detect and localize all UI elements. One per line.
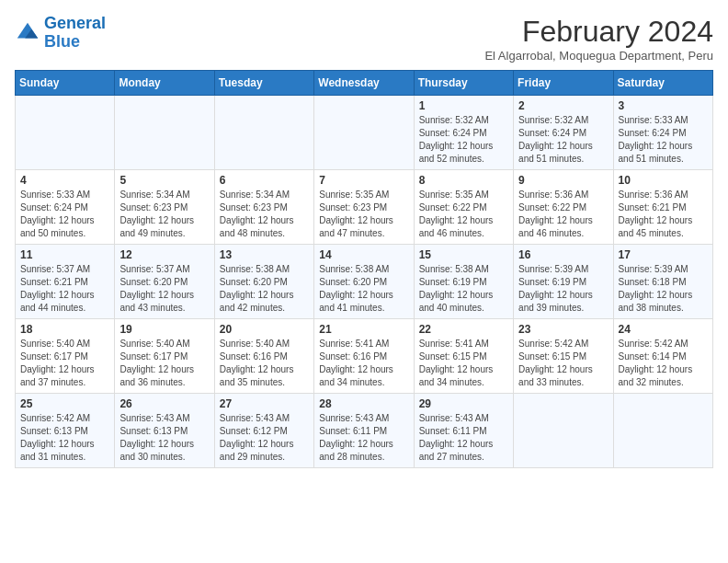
day-info: Sunrise: 5:43 AM Sunset: 6:11 PM Dayligh…	[419, 412, 508, 464]
day-info: Sunrise: 5:42 AM Sunset: 6:15 PM Dayligh…	[518, 338, 608, 389]
title-area: February 2024 El Algarrobal, Moquegua De…	[484, 15, 713, 63]
day-info: Sunrise: 5:37 AM Sunset: 6:20 PM Dayligh…	[119, 263, 209, 315]
calendar-cell: 21Sunrise: 5:41 AM Sunset: 6:16 PM Dayli…	[314, 319, 414, 394]
day-number: 9	[518, 174, 608, 187]
calendar-cell	[115, 96, 214, 170]
location-subtitle: El Algarrobal, Moquegua Department, Peru	[484, 49, 713, 63]
day-number: 16	[518, 248, 608, 261]
day-info: Sunrise: 5:36 AM Sunset: 6:21 PM Dayligh…	[619, 189, 708, 240]
calendar-cell	[16, 96, 115, 170]
day-number: 14	[319, 248, 408, 261]
day-info: Sunrise: 5:43 AM Sunset: 6:11 PM Dayligh…	[319, 412, 408, 464]
day-number: 8	[419, 174, 508, 187]
calendar-cell: 15Sunrise: 5:38 AM Sunset: 6:19 PM Dayli…	[414, 245, 513, 319]
calendar-cell: 7Sunrise: 5:35 AM Sunset: 6:23 PM Daylig…	[314, 170, 414, 245]
calendar-cell: 25Sunrise: 5:42 AM Sunset: 6:13 PM Dayli…	[16, 394, 115, 468]
calendar-cell: 10Sunrise: 5:36 AM Sunset: 6:21 PM Dayli…	[613, 170, 712, 245]
calendar-cell: 17Sunrise: 5:39 AM Sunset: 6:18 PM Dayli…	[613, 245, 712, 319]
day-info: Sunrise: 5:40 AM Sunset: 6:16 PM Dayligh…	[220, 338, 309, 389]
day-info: Sunrise: 5:35 AM Sunset: 6:22 PM Dayligh…	[419, 189, 508, 240]
day-number: 18	[20, 323, 109, 336]
calendar-cell	[314, 96, 414, 170]
day-number: 3	[619, 99, 708, 112]
calendar-week-row: 25Sunrise: 5:42 AM Sunset: 6:13 PM Dayli…	[16, 394, 713, 468]
day-number: 22	[419, 323, 508, 336]
weekday-header-monday: Monday	[115, 71, 214, 96]
calendar-cell: 8Sunrise: 5:35 AM Sunset: 6:22 PM Daylig…	[414, 170, 513, 245]
calendar-cell: 23Sunrise: 5:42 AM Sunset: 6:15 PM Dayli…	[514, 319, 613, 394]
day-info: Sunrise: 5:33 AM Sunset: 6:24 PM Dayligh…	[20, 189, 109, 240]
day-info: Sunrise: 5:35 AM Sunset: 6:23 PM Dayligh…	[319, 189, 408, 240]
day-number: 11	[20, 248, 109, 261]
day-info: Sunrise: 5:42 AM Sunset: 6:14 PM Dayligh…	[619, 338, 708, 389]
day-number: 17	[619, 248, 708, 261]
calendar-cell: 13Sunrise: 5:38 AM Sunset: 6:20 PM Dayli…	[214, 245, 313, 319]
calendar-cell: 28Sunrise: 5:43 AM Sunset: 6:11 PM Dayli…	[314, 394, 414, 468]
day-info: Sunrise: 5:39 AM Sunset: 6:18 PM Dayligh…	[619, 263, 708, 315]
day-number: 4	[20, 174, 109, 187]
day-number: 24	[619, 323, 708, 336]
month-year-title: February 2024	[484, 15, 713, 49]
day-info: Sunrise: 5:43 AM Sunset: 6:13 PM Dayligh…	[119, 412, 209, 464]
calendar-cell	[613, 394, 712, 468]
calendar-cell: 6Sunrise: 5:34 AM Sunset: 6:23 PM Daylig…	[214, 170, 313, 245]
calendar-table: SundayMondayTuesdayWednesdayThursdayFrid…	[15, 70, 713, 468]
day-number: 26	[119, 397, 209, 410]
logo-blue: Blue	[44, 32, 80, 51]
calendar-cell: 16Sunrise: 5:39 AM Sunset: 6:19 PM Dayli…	[514, 245, 613, 319]
day-number: 10	[619, 174, 708, 187]
calendar-cell: 22Sunrise: 5:41 AM Sunset: 6:15 PM Dayli…	[414, 319, 513, 394]
day-info: Sunrise: 5:34 AM Sunset: 6:23 PM Dayligh…	[220, 189, 309, 240]
logo-icon	[15, 20, 40, 46]
weekday-header-sunday: Sunday	[16, 71, 115, 96]
calendar-cell: 1Sunrise: 5:32 AM Sunset: 6:24 PM Daylig…	[414, 96, 513, 170]
day-number: 29	[419, 397, 508, 410]
day-number: 19	[119, 323, 209, 336]
day-number: 13	[220, 248, 309, 261]
day-info: Sunrise: 5:40 AM Sunset: 6:17 PM Dayligh…	[20, 338, 109, 389]
day-info: Sunrise: 5:32 AM Sunset: 6:24 PM Dayligh…	[518, 114, 608, 166]
day-info: Sunrise: 5:36 AM Sunset: 6:22 PM Dayligh…	[518, 189, 608, 240]
day-info: Sunrise: 5:34 AM Sunset: 6:23 PM Dayligh…	[119, 189, 209, 240]
day-number: 15	[419, 248, 508, 261]
day-number: 25	[20, 397, 109, 410]
calendar-cell: 18Sunrise: 5:40 AM Sunset: 6:17 PM Dayli…	[16, 319, 115, 394]
day-number: 2	[518, 99, 608, 112]
weekday-header-thursday: Thursday	[414, 71, 513, 96]
day-number: 7	[319, 174, 408, 187]
calendar-cell: 27Sunrise: 5:43 AM Sunset: 6:12 PM Dayli…	[214, 394, 313, 468]
calendar-week-row: 11Sunrise: 5:37 AM Sunset: 6:21 PM Dayli…	[16, 245, 713, 319]
calendar-cell: 26Sunrise: 5:43 AM Sunset: 6:13 PM Dayli…	[115, 394, 214, 468]
day-info: Sunrise: 5:39 AM Sunset: 6:19 PM Dayligh…	[518, 263, 608, 315]
day-number: 27	[220, 397, 309, 410]
calendar-cell: 9Sunrise: 5:36 AM Sunset: 6:22 PM Daylig…	[514, 170, 613, 245]
day-info: Sunrise: 5:38 AM Sunset: 6:20 PM Dayligh…	[319, 263, 408, 315]
day-info: Sunrise: 5:38 AM Sunset: 6:19 PM Dayligh…	[419, 263, 508, 315]
calendar-header-row: SundayMondayTuesdayWednesdayThursdayFrid…	[16, 71, 713, 96]
calendar-week-row: 18Sunrise: 5:40 AM Sunset: 6:17 PM Dayli…	[16, 319, 713, 394]
logo-text: General Blue	[44, 15, 106, 52]
day-info: Sunrise: 5:41 AM Sunset: 6:15 PM Dayligh…	[419, 338, 508, 389]
weekday-header-tuesday: Tuesday	[214, 71, 313, 96]
calendar-cell	[514, 394, 613, 468]
day-info: Sunrise: 5:41 AM Sunset: 6:16 PM Dayligh…	[319, 338, 408, 389]
calendar-cell: 29Sunrise: 5:43 AM Sunset: 6:11 PM Dayli…	[414, 394, 513, 468]
calendar-cell: 11Sunrise: 5:37 AM Sunset: 6:21 PM Dayli…	[16, 245, 115, 319]
calendar-cell: 19Sunrise: 5:40 AM Sunset: 6:17 PM Dayli…	[115, 319, 214, 394]
day-number: 20	[220, 323, 309, 336]
day-info: Sunrise: 5:38 AM Sunset: 6:20 PM Dayligh…	[220, 263, 309, 315]
calendar-cell: 2Sunrise: 5:32 AM Sunset: 6:24 PM Daylig…	[514, 96, 613, 170]
calendar-cell: 5Sunrise: 5:34 AM Sunset: 6:23 PM Daylig…	[115, 170, 214, 245]
calendar-cell: 20Sunrise: 5:40 AM Sunset: 6:16 PM Dayli…	[214, 319, 313, 394]
day-number: 21	[319, 323, 408, 336]
page-header: General Blue February 2024 El Algarrobal…	[15, 15, 713, 63]
day-info: Sunrise: 5:42 AM Sunset: 6:13 PM Dayligh…	[20, 412, 109, 464]
calendar-cell: 12Sunrise: 5:37 AM Sunset: 6:20 PM Dayli…	[115, 245, 214, 319]
calendar-cell: 3Sunrise: 5:33 AM Sunset: 6:24 PM Daylig…	[613, 96, 712, 170]
calendar-week-row: 1Sunrise: 5:32 AM Sunset: 6:24 PM Daylig…	[16, 96, 713, 170]
day-info: Sunrise: 5:43 AM Sunset: 6:12 PM Dayligh…	[220, 412, 309, 464]
calendar-cell: 14Sunrise: 5:38 AM Sunset: 6:20 PM Dayli…	[314, 245, 414, 319]
day-number: 5	[119, 174, 209, 187]
calendar-cell	[214, 96, 313, 170]
day-number: 1	[419, 99, 508, 112]
